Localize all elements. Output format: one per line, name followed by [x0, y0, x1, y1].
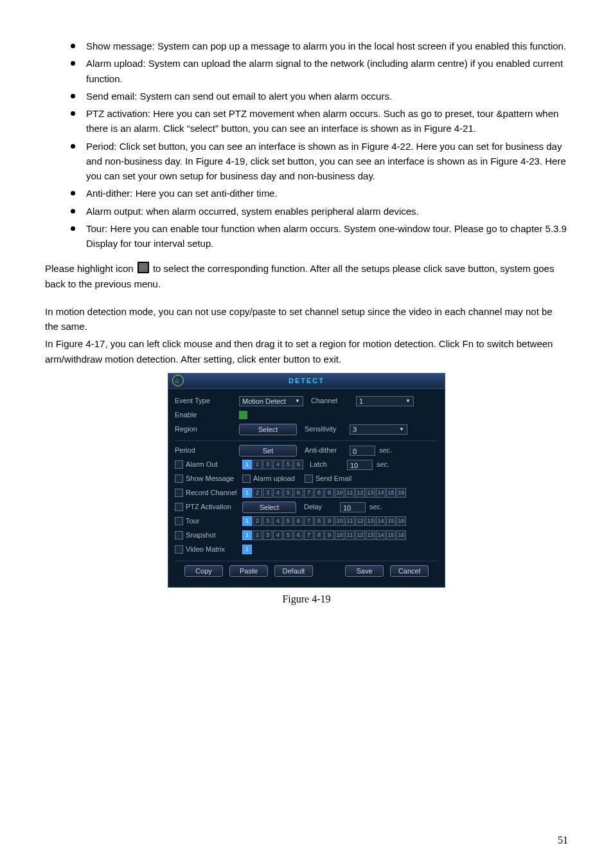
alarm-upload-checkbox[interactable] — [242, 475, 251, 483]
alarm-out-label: Alarm Out — [186, 459, 242, 470]
latch-label: Latch — [310, 459, 347, 470]
period-set-button[interactable]: Set — [239, 445, 297, 457]
send-email-label: Send Email — [315, 473, 351, 484]
text: Please highlight icon — [45, 263, 136, 274]
snapshot-checkbox[interactable] — [175, 531, 183, 539]
paragraph: In motion detection mode, you can not us… — [45, 304, 568, 334]
bullet-list: Show message: System can pop up a messag… — [45, 39, 568, 251]
send-email-checkbox[interactable] — [305, 475, 313, 483]
bullet-item: Show message: System can pop up a messag… — [71, 39, 568, 53]
bullet-item: Tour: Here you can enable tour function … — [71, 221, 568, 251]
channel-select[interactable]: 1 ▼ — [356, 396, 414, 406]
enable-label: Enable — [175, 410, 239, 420]
alarm-out-checkbox[interactable] — [175, 460, 183, 469]
paste-button[interactable]: Paste — [229, 565, 268, 577]
unit-label: sec. — [369, 502, 382, 512]
event-type-select[interactable]: Motion Detect ▼ — [239, 396, 303, 406]
chevron-down-icon: ▼ — [405, 396, 411, 406]
dropdown-value: 3 — [353, 424, 357, 435]
ptz-select-button[interactable]: Select — [242, 502, 296, 513]
unit-label: sec. — [379, 445, 392, 456]
sensitivity-select[interactable]: 3 ▼ — [350, 424, 407, 435]
bullet-item: Anti-dither: Here you can set anti-dithe… — [71, 186, 568, 201]
tour-checkbox[interactable] — [175, 517, 183, 525]
record-channel-strip[interactable]: 12345678910111213141516 — [242, 488, 406, 498]
ptz-activation-label: PTZ Activation — [186, 502, 242, 512]
page-number: 51 — [558, 833, 568, 849]
video-matrix-label: Video Matrix — [186, 544, 242, 555]
paragraph: Please highlight icon to select the corr… — [45, 261, 568, 291]
chevron-down-icon: ▼ — [399, 424, 404, 435]
home-icon[interactable]: ⌂ — [172, 375, 184, 386]
alarm-upload-label: Alarm upload — [253, 473, 305, 484]
figure-caption: Figure 4-19 — [45, 592, 568, 608]
tour-strip[interactable]: 12345678910111213141516 — [242, 516, 406, 526]
delay-input[interactable]: 10 — [340, 502, 366, 512]
highlight-icon — [138, 262, 149, 273]
event-type-label: Event Type — [175, 395, 239, 406]
title-bar: ⌂ DETECT — [168, 374, 445, 389]
bullet-item: PTZ activation: Here you can set PTZ mov… — [71, 106, 568, 136]
snapshot-strip[interactable]: 12345678910111213141516 — [242, 530, 406, 540]
dropdown-value: 1 — [359, 396, 363, 406]
alarm-out-strip[interactable]: 123456 — [242, 460, 303, 469]
bullet-item: Alarm output: when alarm occurred, syste… — [71, 204, 568, 219]
delay-label: Delay — [304, 502, 340, 512]
snapshot-label: Snapshot — [186, 530, 242, 541]
window-title: DETECT — [289, 377, 324, 384]
bullet-item: Period: Click set button, you can see an… — [71, 139, 568, 184]
record-channel-label: Record Channel — [186, 487, 242, 498]
latch-input[interactable]: 10 — [347, 460, 373, 470]
region-label: Region — [175, 424, 239, 435]
channel-label: Channel — [311, 395, 356, 406]
region-select-button[interactable]: Select — [239, 424, 297, 435]
antidither-label: Anti-dither — [305, 445, 350, 456]
bullet-item: Send email: System can send out email to… — [71, 89, 568, 104]
bullet-item: Alarm upload: System can upload the alar… — [71, 56, 568, 86]
show-message-label: Show Message — [186, 473, 242, 484]
copy-button[interactable]: Copy — [184, 565, 223, 577]
paragraph: In Figure 4-17, you can left click mouse… — [45, 336, 568, 366]
cancel-button[interactable]: Cancel — [390, 565, 429, 577]
sensitivity-label: Sensitivity — [305, 424, 350, 435]
record-channel-checkbox[interactable] — [175, 489, 183, 497]
enable-checkbox[interactable] — [239, 411, 247, 419]
period-label: Period — [175, 445, 239, 456]
dropdown-value: Motion Detect — [242, 396, 286, 406]
video-matrix-checkbox[interactable] — [175, 545, 183, 554]
show-message-checkbox[interactable] — [175, 475, 183, 483]
unit-label: sec. — [377, 459, 389, 470]
antidither-input[interactable]: 0 — [350, 446, 375, 456]
detect-window: ⌂ DETECT Event Type Motion Detect ▼ Chan… — [168, 373, 445, 588]
video-matrix-strip[interactable]: 1 — [242, 545, 252, 554]
default-button[interactable]: Default — [274, 565, 313, 577]
save-button[interactable]: Save — [345, 565, 384, 577]
chevron-down-icon: ▼ — [295, 396, 300, 406]
ptz-activation-checkbox[interactable] — [175, 503, 183, 511]
tour-label: Tour — [186, 516, 242, 527]
